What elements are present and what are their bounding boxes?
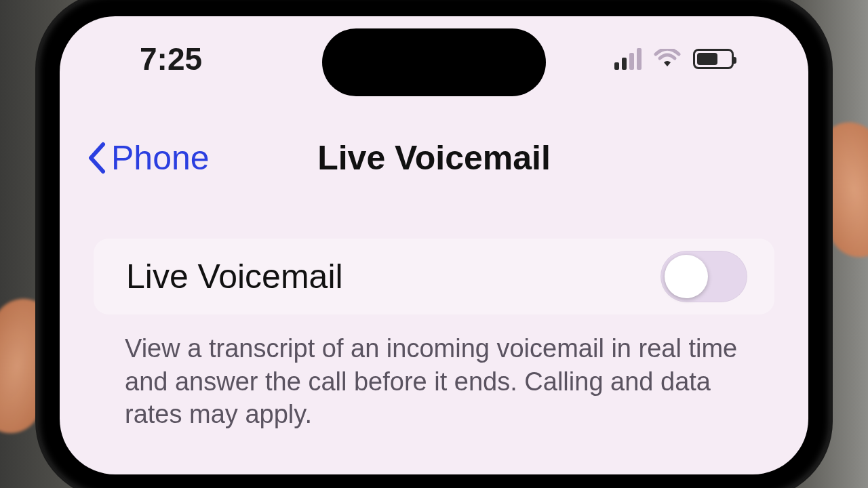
nav-header: Phone Live Voicemail [60,138,808,178]
live-voicemail-row: Live Voicemail [94,239,774,314]
phone-screen: 7:25 [60,16,808,474]
wifi-icon [654,49,681,69]
cellular-icon [614,48,642,70]
status-indicators [614,48,734,70]
back-label: Phone [111,138,210,178]
setting-description: View a transcript of an incoming voicema… [125,332,750,431]
chevron-left-icon [87,142,106,174]
live-voicemail-toggle[interactable] [660,251,747,302]
battery-icon [693,49,734,69]
back-button[interactable]: Phone [87,138,210,178]
phone-bezel: 7:25 [50,7,818,484]
setting-label: Live Voicemail [126,257,343,296]
toggle-knob [665,255,708,298]
phone-frame: 7:25 [38,0,830,488]
status-time: 7:25 [140,41,202,77]
status-bar: 7:25 [60,41,808,77]
